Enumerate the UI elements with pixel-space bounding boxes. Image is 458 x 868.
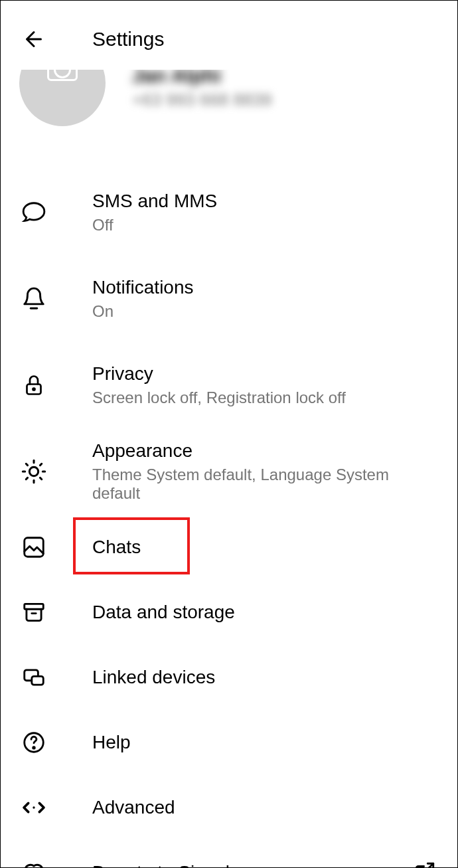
profile-phone: +63 993 668 8839	[132, 90, 271, 110]
chat-bubble-icon	[21, 199, 47, 226]
item-label: Donate to Signal	[92, 862, 414, 868]
item-label: Chats	[92, 537, 437, 558]
page-title: Settings	[92, 28, 164, 50]
profile-section[interactable]: Jan Alphi +63 993 668 8839	[1, 70, 457, 136]
item-sub: Screen lock off, Registration lock off	[92, 389, 437, 407]
help-icon	[21, 729, 47, 756]
settings-item-chats[interactable]: Chats	[1, 515, 457, 580]
lock-icon	[21, 372, 47, 398]
settings-item-notifications[interactable]: Notifications On	[1, 256, 457, 342]
profile-text: Jan Alphi +63 993 668 8839	[132, 70, 271, 110]
archive-icon	[21, 599, 47, 626]
item-sub: On	[92, 302, 437, 321]
item-label: Linked devices	[92, 667, 437, 688]
item-label: SMS and MMS	[92, 191, 437, 212]
svg-point-18	[33, 806, 35, 808]
svg-rect-15	[32, 676, 43, 685]
svg-point-1	[33, 389, 35, 391]
item-sub: Theme System default, Language System de…	[92, 466, 437, 503]
settings-item-privacy[interactable]: Privacy Screen lock off, Registration lo…	[1, 342, 457, 428]
settings-item-linked-devices[interactable]: Linked devices	[1, 645, 457, 710]
image-icon	[21, 534, 47, 561]
code-icon	[21, 794, 47, 821]
svg-point-2	[29, 467, 38, 476]
svg-line-6	[40, 477, 41, 479]
settings-item-data-storage[interactable]: Data and storage	[1, 580, 457, 645]
settings-item-donate[interactable]: Donate to Signal	[1, 840, 457, 868]
external-link-icon	[414, 861, 437, 868]
linked-devices-icon	[21, 664, 47, 691]
item-label: Help	[92, 732, 437, 753]
svg-rect-11	[25, 538, 44, 557]
avatar	[19, 70, 106, 126]
item-label: Advanced	[92, 797, 437, 818]
settings-item-help[interactable]: Help	[1, 710, 457, 775]
item-label: Data and storage	[92, 602, 437, 623]
settings-list: SMS and MMS Off Notifications On Privacy…	[1, 136, 457, 868]
svg-line-9	[26, 477, 27, 479]
item-label: Privacy	[92, 363, 437, 385]
settings-item-appearance[interactable]: Appearance Theme System default, Languag…	[1, 428, 457, 515]
svg-rect-12	[25, 604, 44, 609]
sun-icon	[21, 458, 47, 485]
svg-line-10	[40, 464, 41, 465]
item-sub: Off	[92, 216, 437, 234]
heart-icon	[21, 859, 47, 868]
item-label: Appearance	[92, 440, 437, 462]
profile-name: Jan Alphi	[132, 70, 271, 87]
back-arrow-icon	[22, 27, 46, 51]
settings-item-sms[interactable]: SMS and MMS Off	[1, 169, 457, 256]
back-button[interactable]	[21, 26, 47, 52]
camera-icon	[47, 70, 78, 81]
bell-icon	[21, 286, 47, 312]
svg-point-17	[33, 747, 35, 749]
settings-item-advanced[interactable]: Advanced	[1, 775, 457, 840]
svg-line-5	[26, 464, 27, 465]
header: Settings	[1, 1, 457, 78]
item-label: Notifications	[92, 277, 437, 298]
